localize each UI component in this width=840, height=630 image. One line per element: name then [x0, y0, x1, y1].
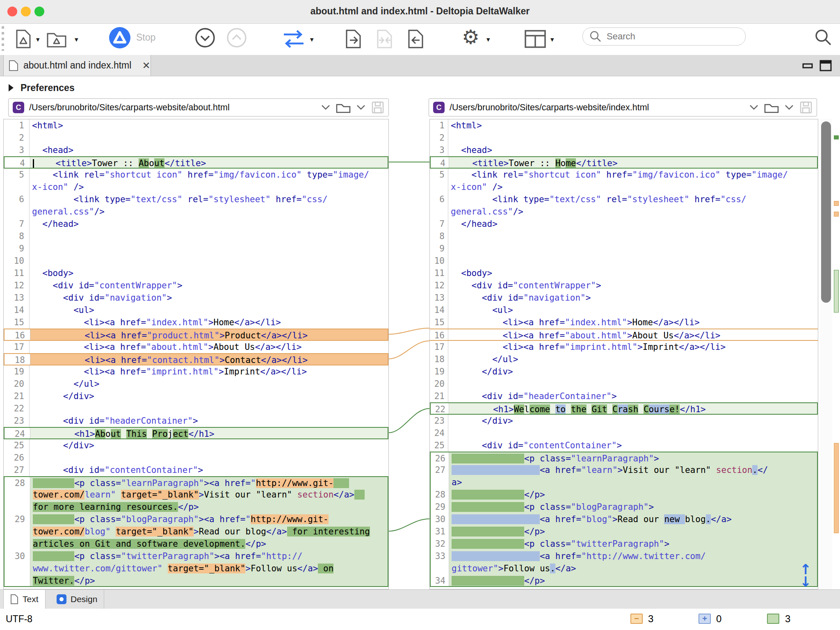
left-path-dropdown-icon[interactable] — [321, 105, 330, 110]
preferences-disclosure[interactable]: Preferences — [3, 79, 75, 97]
search-input[interactable] — [606, 31, 730, 42]
swap-sides-button[interactable] — [281, 29, 307, 49]
code-segment: l — [524, 404, 530, 414]
code-line: </div> — [448, 415, 818, 427]
code-segment: "product.html" — [147, 331, 219, 340]
code-segment: Read our blog — [199, 527, 266, 536]
line-number: 2 — [430, 132, 448, 144]
line-number: 6 — [430, 193, 448, 205]
minimize-view-button[interactable] — [802, 60, 814, 71]
layout-menu-caret[interactable]: ▾ — [550, 35, 554, 44]
code-row: for more learning resources.</p> — [4, 501, 388, 513]
compare-files-menu-caret[interactable]: ▾ — [36, 35, 40, 44]
code-line: <head> — [30, 144, 388, 156]
code-segment: me — [566, 158, 576, 168]
refresh-compare-button[interactable] — [109, 27, 130, 48]
code-segment: <li><a href= — [33, 355, 147, 365]
document-tab[interactable]: about.html and index.html ✕ — [3, 55, 151, 76]
code-line: <body> — [448, 267, 818, 279]
code-segment: "about.html" — [565, 331, 627, 340]
code-line: <li><a href="about.html">About Us</a></l… — [448, 329, 818, 340]
code-segment: </title> — [576, 158, 617, 168]
code-segment: . — [706, 514, 711, 524]
code-segment: Visit our "learn" — [623, 465, 716, 475]
code-segment: ut — [111, 429, 121, 438]
right-folder-dropdown-icon[interactable] — [785, 105, 794, 110]
settings-button[interactable]: ⚙ — [462, 25, 479, 48]
compare-folders-button[interactable] — [46, 30, 67, 48]
line-number: 29 — [5, 513, 30, 525]
line-number: 5 — [4, 169, 30, 181]
code-segment: <ul> — [32, 305, 94, 315]
code-line: <body> — [30, 267, 388, 279]
code-line: </div> — [448, 365, 818, 378]
next-difference-button[interactable] — [194, 27, 216, 48]
code-line — [448, 242, 818, 255]
right-path-dropdown-icon[interactable] — [749, 105, 758, 110]
code-segment: Ab — [139, 158, 149, 168]
tab-design-view[interactable]: Design — [50, 590, 104, 609]
code-line: <html> — [448, 119, 818, 132]
ruler-mark-deleted-block[interactable] — [834, 443, 839, 533]
layout-button[interactable] — [524, 30, 546, 48]
changes-count: 3 — [785, 613, 790, 625]
compare-folders-menu-caret[interactable]: ▾ — [75, 35, 78, 44]
stop-button[interactable]: Stop — [136, 32, 155, 43]
code-segment: www.twitter.com/gittower" — [33, 564, 162, 573]
code-segment: </p> — [524, 576, 545, 586]
right-file-path[interactable]: /Users/brunobrito/Sites/carparts-website… — [450, 103, 744, 113]
toolbar-drag-handle[interactable] — [2, 26, 4, 51]
next-difference-icon — [194, 27, 216, 48]
ruler-mark-changed-block[interactable] — [834, 270, 839, 313]
ruler-mark-deleted[interactable] — [834, 212, 839, 217]
code-row: 25 <div id="contentContainer"> — [430, 439, 818, 452]
diff-overview-ruler[interactable] — [833, 119, 840, 589]
line-number: 30 — [5, 550, 30, 562]
find-in-files-button[interactable] — [814, 28, 833, 47]
compare-files-button[interactable] — [14, 29, 33, 49]
code-segment: /> — [487, 182, 503, 192]
line-number — [4, 181, 30, 193]
close-tab-icon[interactable]: ✕ — [142, 60, 150, 71]
right-browse-folder-icon[interactable] — [764, 101, 779, 114]
code-segment: <p class= — [524, 539, 571, 549]
scrollbar-thumb[interactable] — [821, 121, 831, 303]
scroll-down-arrow[interactable]: ↓ — [800, 573, 812, 590]
code-segment: > — [177, 281, 183, 290]
line-number — [5, 488, 30, 501]
merge-right-button[interactable] — [345, 29, 363, 49]
code-segment: href= — [271, 194, 302, 204]
left-file-path[interactable]: /Users/brunobrito/Sites/carparts-website… — [29, 103, 315, 113]
tab-text-view[interactable]: Text — [3, 590, 46, 609]
code-segment: ><a href= — [199, 514, 246, 524]
settings-menu-caret[interactable]: ▾ — [486, 35, 490, 44]
ruler-mark-deleted[interactable] — [834, 201, 839, 206]
previous-difference-button[interactable] — [226, 27, 247, 48]
left-browse-folder-icon[interactable] — [336, 101, 351, 114]
swap-menu-caret[interactable]: ▾ — [310, 35, 314, 44]
maximize-view-button[interactable] — [819, 60, 832, 71]
code-segment: </a></li> — [653, 317, 700, 327]
code-segment — [550, 404, 555, 414]
left-editor-pane[interactable]: 1<html>23 <head>4 <title>Tower :: About<… — [3, 119, 389, 589]
line-number: 3 — [430, 144, 448, 156]
code-segment: </ — [758, 465, 768, 475]
code-segment: "text/css" — [549, 194, 601, 204]
code-segment: <div id= — [451, 391, 523, 401]
code-row: tower.com/learn" target="_blank">Visit o… — [4, 488, 388, 501]
line-number — [430, 205, 448, 218]
line-number — [431, 562, 449, 575]
merge-left-button[interactable] — [407, 29, 425, 49]
left-folder-dropdown-icon[interactable] — [356, 105, 365, 110]
ruler-mark-changed[interactable] — [834, 135, 839, 139]
code-row: 10 — [430, 255, 818, 267]
code-line: <li><a href="imprint.html">Imprint</a></… — [30, 365, 388, 378]
code-segment: > — [618, 465, 623, 475]
line-number: 18 — [430, 353, 448, 365]
code-line: <p class="blogParagraph"><a href="http:/… — [30, 513, 388, 525]
code-segment: </a></li> — [234, 317, 281, 327]
merge-both-button[interactable] — [376, 29, 394, 49]
right-editor-pane[interactable]: 1<html>23 <head>4 <title>Tower :: Home</… — [429, 119, 818, 589]
code-line — [448, 255, 818, 267]
code-segment: </p> — [245, 539, 266, 549]
